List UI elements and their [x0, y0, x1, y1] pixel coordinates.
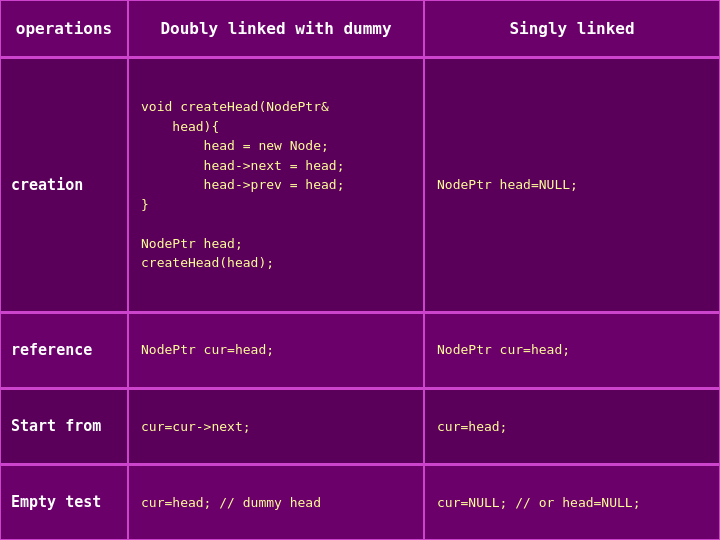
creation-doubly-code-2: head){: [141, 117, 219, 137]
reference-singly-code: NodePtr cur=head;: [437, 340, 570, 360]
empty-test-label-cell: Empty test: [0, 464, 128, 540]
header-operations: operations: [0, 0, 128, 58]
creation-doubly-code-9: createHead(head);: [141, 253, 274, 273]
start-from-doubly-code: cur=cur->next;: [141, 417, 251, 437]
creation-doubly-code-5: head->prev = head;: [141, 175, 345, 195]
creation-doubly-code-8: NodePtr head;: [141, 234, 243, 254]
header-operations-label: operations: [16, 19, 112, 38]
creation-doubly-cell: void createHead(NodePtr& head){ head = n…: [128, 58, 424, 312]
empty-test-doubly-cell: cur=head; // dummy head: [128, 464, 424, 540]
creation-doubly-code-3: head = new Node;: [141, 136, 329, 156]
header-doubly: Doubly linked with dummy: [128, 0, 424, 58]
reference-label: reference: [11, 341, 92, 359]
comparison-table: operations Doubly linked with dummy Sing…: [0, 0, 720, 540]
reference-singly-cell: NodePtr cur=head;: [424, 312, 720, 388]
reference-doubly-code: NodePtr cur=head;: [141, 340, 274, 360]
empty-test-singly-cell: cur=NULL; // or head=NULL;: [424, 464, 720, 540]
empty-test-doubly-code: cur=head; // dummy head: [141, 493, 321, 513]
creation-label-cell: creation: [0, 58, 128, 312]
creation-doubly-code-7: [141, 214, 149, 234]
creation-doubly-code-6: }: [141, 195, 149, 215]
creation-doubly-code-4: head->next = head;: [141, 156, 345, 176]
header-singly-label: Singly linked: [509, 19, 634, 38]
creation-singly-code-1: NodePtr head=NULL;: [437, 175, 578, 195]
start-from-singly-cell: cur=head;: [424, 388, 720, 464]
empty-test-singly-code: cur=NULL; // or head=NULL;: [437, 493, 641, 513]
start-from-doubly-cell: cur=cur->next;: [128, 388, 424, 464]
header-singly: Singly linked: [424, 0, 720, 58]
creation-doubly-code-1: void createHead(NodePtr&: [141, 97, 329, 117]
header-doubly-label: Doubly linked with dummy: [160, 19, 391, 38]
creation-label: creation: [11, 176, 83, 194]
reference-doubly-cell: NodePtr cur=head;: [128, 312, 424, 388]
start-from-label-cell: Start from: [0, 388, 128, 464]
reference-label-cell: reference: [0, 312, 128, 388]
start-from-singly-code: cur=head;: [437, 417, 507, 437]
start-from-label: Start from: [11, 417, 101, 435]
empty-test-label: Empty test: [11, 493, 101, 511]
creation-singly-cell: NodePtr head=NULL;: [424, 58, 720, 312]
